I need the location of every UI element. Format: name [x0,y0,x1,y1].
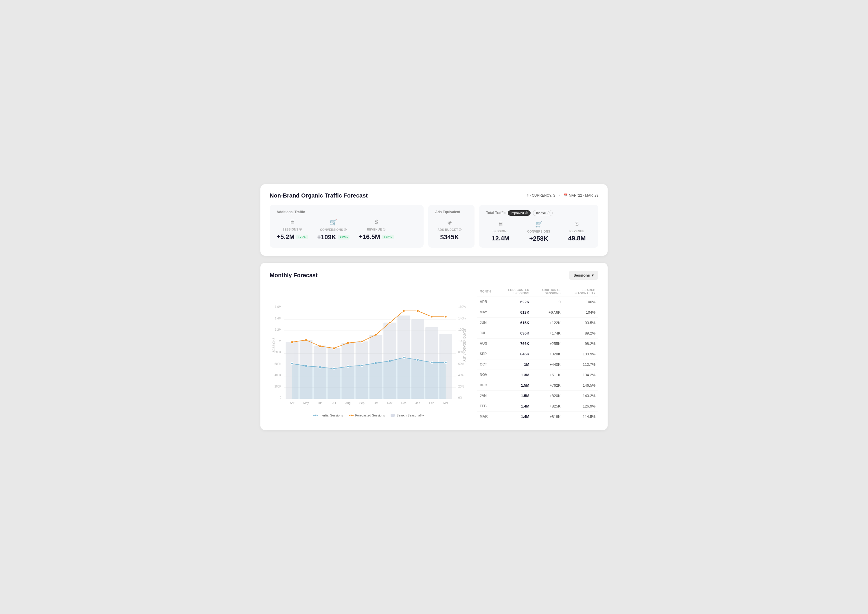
total-conversions-value: +258K [529,235,548,242]
svg-point-58 [347,342,349,344]
table-body: APR 622K 0 100% MAY 613K +67.6K 104% JUN… [477,297,598,422]
top-card-title: Non-Brand Organic Traffic Forecast [270,192,368,199]
info-icon: ⓘ [527,193,531,198]
svg-point-50 [403,356,405,359]
svg-text:Apr: Apr [290,401,294,404]
sessions-metric: 🖥 SESSIONS ⓘ +5.2M +72% [277,219,308,241]
date-range: 📅 MAR '22 - MAR '23 [563,193,598,197]
dashboard: Non-Brand Organic Traffic Forecast ⓘ CUR… [260,184,608,430]
cell-additional: +122K [532,317,563,328]
legend-seasonality: Search Seasonality [391,413,424,417]
sessions-value: +5.2M +72% [277,233,308,241]
cell-seasonality: 100.9% [563,349,598,359]
table-row: DEC 1.5M +762K 146.5% [477,380,598,390]
svg-text:Feb: Feb [429,401,435,404]
chart-legend: Inertial Sessions Forecasted Sessions Se… [270,413,468,417]
cell-seasonality: 140.2% [563,390,598,401]
sessions-icon: 🖥 [289,219,295,225]
cell-month: FEB [477,401,498,411]
svg-text:1.6M: 1.6M [275,305,281,308]
conversions-label: CONVERSIONS ⓘ [320,228,347,232]
cell-seasonality: 100% [563,297,598,307]
svg-point-49 [389,360,391,362]
additional-traffic-label: Additional Traffic [277,210,417,214]
svg-text:SEARCH SEASONALITY: SEARCH SEASONALITY [463,328,466,361]
cell-additional: +818K [532,411,563,422]
svg-text:SESSIONS: SESSIONS [272,337,276,353]
svg-text:200K: 200K [274,385,282,388]
top-card-header: Non-Brand Organic Traffic Forecast ⓘ CUR… [270,192,598,199]
total-revenue-value: 49.8M [568,235,586,242]
chart-table-container: SESSIONS SEARCH SEASONALITY 0 200K 400K … [270,287,598,422]
additional-traffic-group: Additional Traffic 🖥 SESSIONS ⓘ +5.2M +7… [270,205,423,248]
conversions-badge: +72% [338,235,350,239]
total-sessions-icon: 🖥 [498,221,504,227]
svg-point-79 [315,415,316,416]
svg-text:Nov: Nov [387,401,392,404]
data-table: MONTH FORECASTEDSESSIONS ADDITIONALSESSI… [477,287,598,422]
svg-point-54 [291,341,293,343]
total-revenue-label: REVENUE [569,230,584,233]
ads-label: ADS BUDGET ⓘ [437,228,462,232]
cell-month: MAR [477,411,498,422]
improved-pill: Improved ⓘ [508,210,531,216]
sessions-badge: +72% [296,235,308,239]
svg-text:Aug: Aug [346,401,351,404]
total-conversions-icon: 🛒 [535,221,542,228]
svg-point-46 [347,365,349,368]
total-traffic-header: Total Traffic Improved ⓘ Inertial ⓘ [486,210,591,216]
table-row: JAN 1.5M +820K 140.2% [477,390,598,401]
svg-text:800K: 800K [274,351,282,354]
svg-text:0%: 0% [458,396,463,399]
total-conversions-label: CONVERSIONS [527,230,550,233]
forecast-table: MONTH FORECASTEDSESSIONS ADDITIONALSESSI… [477,287,598,422]
calendar-icon: 📅 [563,193,568,197]
svg-text:20%: 20% [458,385,464,388]
legend-inertial: Inertial Sessions [313,413,343,417]
svg-text:Jul: Jul [332,401,336,404]
svg-point-48 [375,362,377,364]
table-row: OCT 1M +440K 112.7% [477,359,598,370]
revenue-info-icon: ⓘ [383,228,386,232]
cell-additional: +174K [532,328,563,338]
svg-point-45 [333,367,335,370]
legend-seasonality-icon [391,414,395,417]
col-forecasted: FORECASTEDSESSIONS [498,287,532,297]
cell-additional: 0 [532,297,563,307]
svg-text:140%: 140% [458,317,466,320]
svg-text:400K: 400K [274,373,282,376]
ads-icon: ◈ [448,219,452,225]
svg-point-53 [445,361,447,364]
ads-budget-metric: ◈ ADS BUDGET ⓘ $345K [435,219,464,241]
svg-point-63 [417,309,419,312]
svg-text:Dec: Dec [401,401,406,404]
svg-text:600K: 600K [274,362,282,365]
cell-additional: +825K [532,401,563,411]
svg-text:1.2M: 1.2M [275,328,281,331]
table-row: APR 622K 0 100% [477,297,598,307]
monthly-chart: SESSIONS SEARCH SEASONALITY 0 200K 400K … [270,287,468,409]
cell-month: SEP [477,349,498,359]
cell-seasonality: 112.7% [563,359,598,370]
cell-additional: +820K [532,390,563,401]
sessions-dropdown-button[interactable]: Sessions ▾ [569,271,598,280]
total-revenue-metric: $ REVENUE 49.8M [563,221,591,242]
col-additional: ADDITIONALSESSIONS [532,287,563,297]
cell-forecasted: 1.5M [498,390,532,401]
cell-month: JUN [477,317,498,328]
cell-forecasted: 613K [498,307,532,317]
svg-point-65 [445,316,447,318]
improved-info-icon: ⓘ [525,211,528,215]
svg-point-42 [291,362,293,365]
monthly-forecast-title: Monthly Forecast [270,272,318,278]
svg-text:1M: 1M [277,339,281,343]
svg-text:80%: 80% [458,351,464,354]
svg-point-62 [403,309,405,312]
svg-text:Sep: Sep [360,401,364,404]
total-sessions-value: 12.4M [491,235,509,242]
ads-metrics: ◈ ADS BUDGET ⓘ $345K [435,219,468,241]
svg-point-47 [361,364,363,366]
svg-point-44 [319,366,321,368]
cell-additional: +440K [532,359,563,370]
chevron-down-icon: ▾ [592,273,594,277]
